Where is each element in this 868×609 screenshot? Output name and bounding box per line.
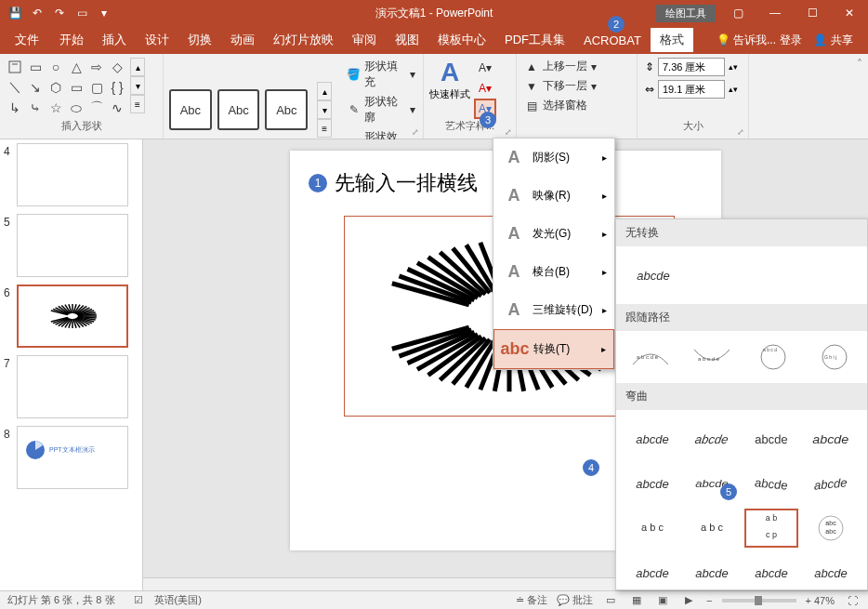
size-launcher-icon[interactable]: ⤢ xyxy=(737,127,744,137)
shape-style-preset-2[interactable]: Abc xyxy=(217,89,260,130)
warp-option-11[interactable]: abcabc xyxy=(804,509,858,548)
maximize-icon[interactable]: ☐ xyxy=(797,2,827,24)
shapes-gallery[interactable]: ▭ ○ △ ⇨ ◇ ＼ ↘ ⬡ ▭ ▢ { } ↳ ⤷ ☆ ⬭ ⌒ ∿ xyxy=(6,58,126,117)
shape-outline-button[interactable]: ✎形状轮廓 ▾ xyxy=(345,93,417,126)
text-outline-button[interactable]: A▾ xyxy=(474,78,496,99)
fx-bevel[interactable]: A棱台(B)▸ xyxy=(493,253,614,291)
path-circle[interactable]: a b c d xyxy=(752,340,795,374)
text-fill-button[interactable]: A▾ xyxy=(474,58,496,78)
undo-icon[interactable]: ↶ xyxy=(30,6,45,20)
design-menu[interactable]: 设计 xyxy=(136,28,178,52)
styles-scroll-down-icon[interactable]: ▾ xyxy=(317,100,332,119)
warp-option-1[interactable]: abcde xyxy=(685,419,739,458)
shape-callout-icon[interactable]: ⬭ xyxy=(67,99,85,117)
warp-option-7[interactable]: abcde xyxy=(804,464,858,503)
thumbnail-6[interactable] xyxy=(17,285,128,348)
shape-styles-launcher-icon[interactable]: ⤢ xyxy=(412,127,419,137)
slide-counter[interactable]: 幻灯片 第 6 张，共 8 张 xyxy=(7,593,115,607)
shape-style-preset-1[interactable]: Abc xyxy=(169,89,212,130)
warp-option-2[interactable]: abcde xyxy=(744,419,798,458)
zoom-out-icon[interactable]: − xyxy=(706,595,712,606)
thumbnail-5[interactable] xyxy=(17,214,128,277)
width-input[interactable] xyxy=(658,80,725,99)
reading-view-icon[interactable]: ▣ xyxy=(654,594,671,607)
shape-arrow-icon[interactable]: ⇨ xyxy=(87,58,106,76)
warp-option-14[interactable]: abcde xyxy=(744,553,798,590)
insert-menu[interactable]: 插入 xyxy=(93,28,136,52)
start-slideshow-icon[interactable]: ▭ xyxy=(74,6,89,20)
shape-connector2-icon[interactable]: ⤷ xyxy=(26,99,45,117)
redo-icon[interactable]: ↷ xyxy=(52,6,67,20)
shapes-expand-icon[interactable]: ≡ xyxy=(130,95,145,113)
fx-transform[interactable]: abc转换(T)▸ xyxy=(493,329,614,369)
sorter-view-icon[interactable]: ▦ xyxy=(628,594,645,607)
shape-rect-icon[interactable]: ▭ xyxy=(26,58,45,76)
slideshow-view-icon[interactable]: ▶ xyxy=(680,594,697,607)
file-menu[interactable]: 文件 xyxy=(4,28,50,52)
shapes-scroll-up-icon[interactable]: ▴ xyxy=(130,58,145,76)
shape-connector-icon[interactable]: ↳ xyxy=(6,99,24,117)
warp-option-3[interactable]: abcde xyxy=(804,419,858,458)
warp-option-12[interactable]: abcde xyxy=(625,553,679,590)
zoom-slider[interactable] xyxy=(722,599,796,602)
notes-button[interactable]: ≐ 备注 xyxy=(516,593,547,607)
thumbnail-8[interactable]: PPT文本框演示 xyxy=(17,426,128,489)
tell-me[interactable]: 💡 告诉我... xyxy=(717,33,776,48)
review-menu[interactable]: 审阅 xyxy=(343,28,386,52)
shape-brace-icon[interactable]: { } xyxy=(108,78,126,97)
warp-option-4[interactable]: abcde xyxy=(625,464,679,503)
styles-scroll-up-icon[interactable]: ▴ xyxy=(317,82,332,100)
shape-arc-icon[interactable]: ⌒ xyxy=(87,99,106,117)
home-menu[interactable]: 开始 xyxy=(50,28,93,52)
thumbnail-7[interactable] xyxy=(17,355,128,418)
warp-option-0[interactable]: abcde xyxy=(625,419,679,458)
wordart-launcher-icon[interactable]: ⤢ xyxy=(505,127,512,137)
slideshow-menu[interactable]: 幻灯片放映 xyxy=(264,28,343,52)
view-menu[interactable]: 视图 xyxy=(386,28,428,52)
send-backward-button[interactable]: ▼下移一层 ▾ xyxy=(522,77,631,95)
transitions-menu[interactable]: 切换 xyxy=(178,28,221,52)
path-arch-down[interactable]: a b c d e xyxy=(629,340,672,374)
warp-option-9[interactable]: a b c xyxy=(685,509,739,548)
minimize-icon[interactable]: — xyxy=(760,2,790,24)
fx-reflection[interactable]: A映像(R)▸ xyxy=(493,177,614,215)
thumbnail-4[interactable] xyxy=(17,143,128,206)
fx-shadow[interactable]: A阴影(S)▸ xyxy=(493,139,614,177)
slide-thumbnails[interactable]: 4 5 6 7 8 PPT文本框演示 xyxy=(0,139,143,590)
comments-button[interactable]: 💬 批注 xyxy=(557,593,593,607)
path-button[interactable]: G h i j xyxy=(813,340,856,374)
warp-option-15[interactable]: abcde xyxy=(804,553,858,590)
warp-option-13[interactable]: abcde xyxy=(685,553,739,590)
shape-line-arrow-icon[interactable]: ↘ xyxy=(26,78,45,97)
fx-glow[interactable]: A发光(G)▸ xyxy=(493,215,614,253)
height-stepper[interactable]: ▴▾ xyxy=(729,62,738,72)
shape-curve-icon[interactable]: ∿ xyxy=(108,99,126,117)
qat-more-icon[interactable]: ▾ xyxy=(97,6,112,20)
acrobat-menu[interactable]: ACROBAT xyxy=(574,30,651,51)
warp-option-6[interactable]: abcde xyxy=(744,464,798,503)
ribbon-display-icon[interactable]: ▢ xyxy=(723,2,753,24)
close-icon[interactable]: ✕ xyxy=(835,2,864,24)
selection-pane-button[interactable]: ▤选择窗格 xyxy=(522,97,631,114)
template-menu[interactable]: 模板中心 xyxy=(428,28,495,52)
share-button[interactable]: 👤 共享 xyxy=(806,31,861,50)
spell-check-icon[interactable]: ☑ xyxy=(134,594,143,606)
quick-styles-button[interactable]: A 快速样式 xyxy=(429,58,470,101)
shapes-scroll-down-icon[interactable]: ▾ xyxy=(130,76,145,95)
language-status[interactable]: 英语(美国) xyxy=(154,593,202,607)
shape-line-icon[interactable]: ＼ xyxy=(6,78,24,97)
width-stepper[interactable]: ▴▾ xyxy=(729,85,738,94)
shape-rounded-icon[interactable]: ▢ xyxy=(87,78,106,97)
shape-hexagon-icon[interactable]: ⬡ xyxy=(46,78,65,97)
shape-style-preset-3[interactable]: Abc xyxy=(265,89,308,130)
fx-3d-rotation[interactable]: A三维旋转(D)▸ xyxy=(493,291,614,329)
save-icon[interactable]: 💾 xyxy=(7,6,22,20)
shape-textbox-icon[interactable] xyxy=(6,58,24,76)
zoom-level[interactable]: + 47% xyxy=(806,595,835,606)
shape-triangle-icon[interactable]: △ xyxy=(67,58,85,76)
fit-to-window-icon[interactable]: ⛶ xyxy=(844,594,861,607)
format-menu[interactable]: 格式 xyxy=(651,28,693,52)
shape-fill-button[interactable]: 🪣形状填充 ▾ xyxy=(345,58,417,91)
signin-button[interactable]: 登录 xyxy=(780,33,802,48)
shape-star-icon[interactable]: ☆ xyxy=(46,99,65,117)
